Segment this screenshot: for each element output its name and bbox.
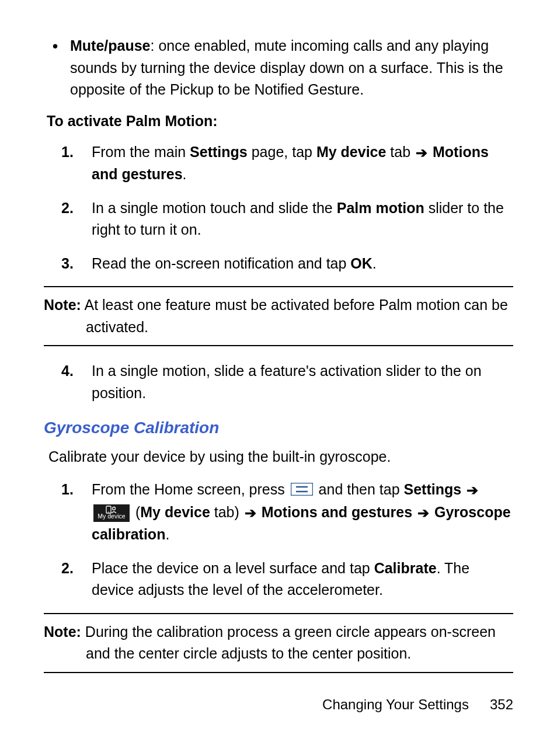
- bullet-dot: •: [53, 35, 70, 101]
- bullet-mute-pause: • Mute/pause: once enabled, mute incomin…: [44, 35, 513, 101]
- gyroscope-intro: Calibrate your device by using the built…: [48, 446, 513, 468]
- gyro-step-1: 1. From the Home screen, press and then …: [61, 479, 513, 546]
- arrow-icon: ➔: [415, 145, 429, 161]
- gyro-step-1-text: From the Home screen, press and then tap…: [92, 479, 513, 546]
- step-1-num: 1.: [61, 141, 92, 186]
- gyro-step-2-num: 2.: [61, 558, 92, 601]
- step-2-num: 2.: [61, 197, 92, 241]
- step-4: 4. In a single motion, slide a feature's…: [61, 360, 513, 404]
- note-calibration-content: Note: During the calibration process a g…: [44, 621, 513, 665]
- footer-section: Changing Your Settings: [322, 694, 469, 715]
- palm-steps: 1. From the main Settings page, tap My d…: [44, 141, 513, 274]
- step-4-num: 4.: [61, 360, 92, 404]
- svg-point-5: [113, 507, 116, 510]
- gyroscope-heading: Gyroscope Calibration: [44, 416, 513, 440]
- note-text: During the calibration process a green c…: [81, 623, 496, 662]
- note-palm-content: Note: At least one feature must be activ…: [44, 294, 513, 338]
- note-label: Note:: [44, 297, 81, 313]
- activate-palm-heading: To activate Palm Motion:: [47, 110, 513, 133]
- note-palm: Note: At least one feature must be activ…: [44, 286, 513, 346]
- step-1: 1. From the main Settings page, tap My d…: [61, 141, 513, 186]
- note-label: Note:: [44, 623, 81, 640]
- footer-page: 352: [490, 694, 513, 715]
- step-3-num: 3.: [61, 253, 92, 275]
- page-footer: Changing Your Settings 352: [322, 694, 513, 715]
- arrow-icon: ➔: [243, 505, 257, 521]
- gyro-step-2-text: Place the device on a level surface and …: [92, 558, 513, 601]
- step-1-text: From the main Settings page, tap My devi…: [92, 141, 513, 186]
- step-3-text: Read the on-screen notification and tap …: [92, 253, 513, 275]
- note-calibration: Note: During the calibration process a g…: [44, 613, 513, 673]
- svg-rect-0: [291, 483, 313, 496]
- gyro-step-2: 2. Place the device on a level surface a…: [61, 558, 513, 601]
- step-2-text: In a single motion touch and slide the P…: [92, 197, 513, 241]
- gyro-steps: 1. From the Home screen, press and then …: [44, 479, 513, 601]
- palm-steps-cont: 4. In a single motion, slide a feature's…: [44, 360, 513, 404]
- step-3: 3. Read the on-screen notification and t…: [61, 253, 513, 275]
- arrow-icon: ➔: [465, 482, 479, 498]
- my-device-tab-icon: My device: [93, 504, 130, 522]
- arrow-icon: ➔: [416, 505, 430, 521]
- gyro-step-1-num: 1.: [61, 479, 92, 546]
- bullet-text: Mute/pause: once enabled, mute incoming …: [70, 35, 513, 101]
- mute-pause-label: Mute/pause: [70, 37, 151, 54]
- step-2: 2. In a single motion touch and slide th…: [61, 197, 513, 241]
- step-4-text: In a single motion, slide a feature's ac…: [92, 360, 513, 404]
- note-text: At least one feature must be activated b…: [81, 297, 508, 335]
- menu-icon: [291, 480, 313, 502]
